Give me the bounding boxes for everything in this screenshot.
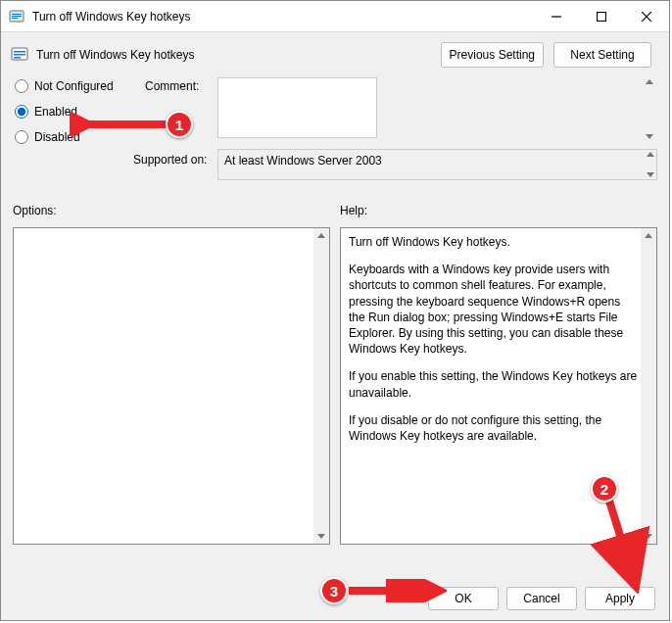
radio-enabled-label: Enabled — [34, 105, 77, 119]
help-scrollbar[interactable] — [641, 228, 656, 544]
supported-text: At least Windows Server 2003 — [217, 149, 657, 180]
header-row: Turn off Windows Key hotkeys Previous Se… — [1, 32, 669, 77]
radio-disabled-input[interactable] — [15, 130, 28, 144]
comment-textarea[interactable] — [217, 77, 377, 138]
svg-rect-5 — [598, 12, 606, 21]
apply-button[interactable]: Apply — [585, 587, 655, 610]
cancel-button[interactable]: Cancel — [506, 587, 577, 610]
radio-not-configured-input[interactable] — [15, 79, 28, 93]
svg-rect-1 — [12, 14, 22, 15]
annotation-badge-1: 1 — [166, 111, 193, 138]
config-area: Not Configured Enabled Disabled Comment:… — [1, 77, 669, 196]
close-button[interactable] — [624, 2, 669, 31]
supported-value: At least Windows Server 2003 — [224, 154, 382, 168]
radio-disabled[interactable]: Disabled — [13, 130, 145, 144]
annotation-badge-3: 3 — [320, 577, 348, 604]
help-text-4: If you disable or do not configure this … — [349, 412, 639, 444]
annotation-badge-2: 2 — [591, 475, 618, 503]
svg-rect-10 — [14, 54, 25, 56]
header-title: Turn off Windows Key hotkeys — [36, 48, 441, 62]
previous-setting-button[interactable]: Previous Setting — [441, 42, 544, 68]
options-panel: Options: — [13, 204, 330, 545]
supported-row: Supported on: At least Windows Server 20… — [145, 149, 657, 180]
radio-not-configured-label: Not Configured — [34, 79, 114, 93]
options-box — [13, 227, 330, 545]
svg-rect-2 — [12, 16, 22, 17]
svg-rect-11 — [14, 57, 21, 59]
gpo-dialog: Turn off Windows Key hotkeys Turn off Wi… — [0, 0, 670, 621]
radio-enabled-input[interactable] — [15, 105, 28, 119]
nav-buttons: Previous Setting Next Setting — [441, 42, 651, 68]
next-setting-button[interactable]: Next Setting — [553, 42, 651, 68]
maximize-button[interactable] — [579, 2, 624, 31]
radio-not-configured[interactable]: Not Configured — [13, 79, 145, 93]
titlebar: Turn off Windows Key hotkeys — [1, 1, 669, 32]
help-text-2: Keyboards with a Windows key provide use… — [349, 262, 639, 357]
minimize-button[interactable] — [534, 2, 579, 31]
supported-label: Supported on: — [133, 149, 212, 180]
help-text-3: If you enable this setting, the Windows … — [349, 368, 639, 400]
policy-large-icon — [11, 46, 28, 64]
ok-button[interactable]: OK — [428, 587, 499, 610]
help-text-1: Turn off Windows Key hotkeys. — [349, 234, 639, 250]
panels: Options: Help: Turn off Windows Key hotk… — [1, 196, 669, 545]
policy-icon — [9, 9, 24, 24]
help-heading: Help: — [340, 204, 657, 217]
state-radio-group: Not Configured Enabled Disabled — [13, 77, 145, 144]
radio-disabled-label: Disabled — [34, 130, 80, 144]
options-scrollbar[interactable] — [313, 228, 329, 544]
svg-rect-3 — [12, 18, 18, 19]
svg-rect-9 — [14, 51, 25, 53]
options-heading: Options: — [13, 204, 330, 217]
comment-row: Comment: — [145, 77, 657, 141]
dialog-buttons: OK Cancel Apply — [428, 587, 655, 610]
radio-enabled[interactable]: Enabled — [13, 105, 145, 119]
window-title: Turn off Windows Key hotkeys — [32, 10, 534, 24]
